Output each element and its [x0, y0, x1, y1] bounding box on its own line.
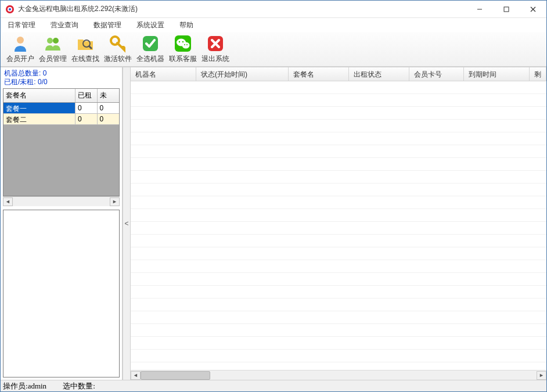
exit-sys-button[interactable]: 退出系统	[199, 33, 232, 66]
menu-business[interactable]: 营业查询	[48, 19, 81, 31]
main-col-header[interactable]: 套餐名	[289, 67, 349, 81]
log-textarea[interactable]	[3, 210, 120, 377]
main-col-header[interactable]: 机器名	[131, 67, 196, 81]
svg-point-20	[186, 44, 188, 45]
window-title: 大金兔远程电脑出租系统2.292(未激活)	[18, 4, 466, 14]
app-icon	[5, 5, 15, 14]
table-row[interactable]	[131, 273, 546, 286]
rent-stat-label: 已租/未租:	[4, 78, 36, 86]
svg-point-9	[53, 38, 59, 44]
table-row[interactable]	[131, 260, 546, 273]
member-open-button[interactable]: 会员开户	[4, 33, 37, 66]
table-row[interactable]	[131, 132, 546, 145]
table-row[interactable]	[131, 311, 546, 324]
check-icon	[141, 34, 160, 53]
table-row[interactable]	[131, 145, 546, 158]
wechat-icon	[174, 34, 192, 53]
menubar: 日常管理 营业查询 数据管理 系统设置 帮助	[1, 18, 546, 32]
table-row[interactable]	[131, 94, 546, 107]
main-col-header[interactable]: 剩	[530, 67, 546, 81]
svg-point-8	[47, 38, 53, 44]
menu-data[interactable]: 数据管理	[91, 19, 124, 31]
plan-col-unrented[interactable]: 未	[98, 89, 119, 102]
table-row[interactable]	[131, 247, 546, 260]
menu-daily[interactable]: 日常管理	[5, 19, 38, 31]
table-row[interactable]	[131, 81, 546, 94]
app-window: 大金兔远程电脑出租系统2.292(未激活) 日常管理 营业查询 数据管理 系统设…	[0, 0, 547, 392]
main-grid-body	[131, 81, 546, 370]
scroll-thumb[interactable]	[141, 371, 210, 380]
status-operator: 操作员:admin	[3, 381, 46, 391]
table-row[interactable]	[131, 235, 546, 247]
titlebar: 大金兔远程电脑出租系统2.292(未激活)	[1, 1, 546, 18]
select-all-button[interactable]: 全选机器	[134, 33, 167, 66]
plan-grid-body: 套餐一 0 0 套餐二 0 0	[3, 103, 119, 196]
table-row[interactable]	[131, 184, 546, 196]
table-row[interactable]	[131, 196, 546, 209]
scroll-left-icon[interactable]: ◄	[131, 371, 141, 380]
content-area: 机器总数量: 0 已租/未租: 0/0 套餐名 已租 未 套餐一 0 0 套餐	[1, 67, 546, 380]
menu-help[interactable]: 帮助	[177, 19, 196, 31]
toolbar: 会员开户 会员管理 在线查找 激活软件 全选机器 联系客服 退出系统	[1, 32, 546, 67]
scroll-left-icon[interactable]: ◄	[3, 197, 13, 206]
main-col-header[interactable]: 状态(开始时间)	[196, 67, 289, 81]
statusbar: 操作员:admin 选中数量:	[1, 380, 546, 391]
scroll-right-icon[interactable]: ►	[537, 371, 546, 380]
svg-rect-4	[504, 7, 509, 12]
main-grid[interactable]: 机器名状态(开始时间)套餐名出租状态会员卡号到期时间剩 ◄ ►	[131, 67, 546, 380]
table-row[interactable]	[131, 324, 546, 337]
plan-col-rented[interactable]: 已租	[75, 89, 98, 102]
minimize-button[interactable]	[466, 1, 493, 18]
plan-row[interactable]: 套餐一 0 0	[3, 103, 119, 114]
exit-icon	[206, 34, 225, 53]
main-grid-hscroll[interactable]: ◄ ►	[131, 370, 546, 380]
rent-stat-value: 0/0	[38, 78, 48, 86]
activate-soft-button[interactable]: 激活软件	[102, 33, 134, 66]
stats-block: 机器总数量: 0 已租/未租: 0/0	[1, 67, 122, 88]
people-icon	[44, 34, 62, 53]
table-row[interactable]	[131, 299, 546, 311]
plan-grid-hscroll[interactable]: ◄ ►	[3, 196, 120, 206]
scroll-right-icon[interactable]: ►	[110, 197, 120, 206]
table-row[interactable]	[131, 222, 546, 235]
close-button[interactable]	[520, 1, 546, 18]
svg-point-17	[179, 41, 180, 42]
table-row[interactable]	[131, 362, 546, 370]
table-row[interactable]	[131, 171, 546, 184]
machine-total-value: 0	[43, 69, 47, 77]
table-row[interactable]	[131, 350, 546, 362]
main-col-header[interactable]: 出租状态	[349, 67, 409, 81]
left-panel: 机器总数量: 0 已租/未租: 0/0 套餐名 已租 未 套餐一 0 0 套餐	[1, 67, 123, 380]
menu-system[interactable]: 系统设置	[134, 19, 167, 31]
plan-grid-header: 套餐名 已租 未	[3, 89, 119, 103]
right-panel: 机器名状态(开始时间)套餐名出租状态会员卡号到期时间剩 ◄ ►	[131, 67, 546, 380]
table-row[interactable]	[131, 286, 546, 299]
machine-total-label: 机器总数量:	[4, 69, 41, 77]
table-row[interactable]	[131, 158, 546, 171]
table-row[interactable]	[131, 337, 546, 350]
main-col-header[interactable]: 到期时间	[464, 67, 530, 81]
online-search-button[interactable]: 在线查找	[69, 33, 102, 66]
svg-point-2	[9, 8, 11, 10]
svg-point-18	[182, 41, 183, 42]
person-icon	[11, 34, 30, 53]
search-folder-icon	[76, 34, 95, 53]
plan-grid[interactable]: 套餐名 已租 未 套餐一 0 0 套餐二 0 0	[3, 88, 120, 196]
main-col-header[interactable]: 会员卡号	[409, 67, 464, 81]
svg-point-16	[182, 42, 190, 49]
maximize-button[interactable]	[493, 1, 520, 18]
plan-col-name[interactable]: 套餐名	[3, 89, 75, 102]
plan-row[interactable]: 套餐二 0 0	[3, 114, 119, 125]
table-row[interactable]	[131, 120, 546, 132]
main-grid-header: 机器名状态(开始时间)套餐名出租状态会员卡号到期时间剩	[131, 67, 546, 81]
svg-point-19	[184, 44, 185, 45]
chevron-left-icon: <	[124, 220, 128, 228]
splitter-handle[interactable]: <	[123, 67, 131, 380]
status-selected: 选中数量:	[63, 381, 95, 391]
member-manage-button[interactable]: 会员管理	[37, 33, 69, 66]
table-row[interactable]	[131, 209, 546, 222]
contact-cs-button[interactable]: 联系客服	[167, 33, 199, 66]
svg-point-7	[17, 37, 24, 44]
key-icon	[109, 34, 127, 53]
table-row[interactable]	[131, 107, 546, 120]
